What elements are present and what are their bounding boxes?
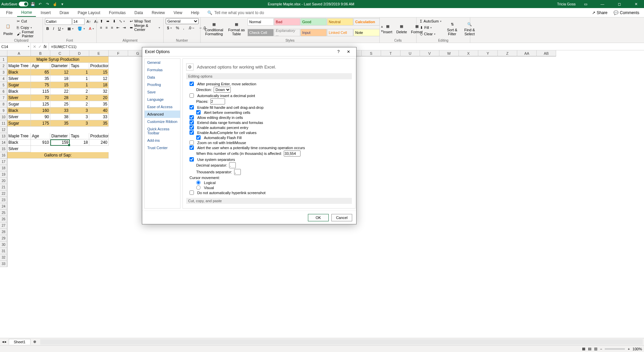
- dialog-close-button[interactable]: ✕: [343, 49, 354, 54]
- dialog-nav-item[interactable]: Proofing: [145, 81, 180, 88]
- number-format-select[interactable]: General: [166, 18, 199, 24]
- row-headers[interactable]: 1234567891011121314151617181920212223242…: [0, 56, 7, 267]
- row-head[interactable]: 24: [0, 203, 7, 210]
- direction-select[interactable]: Down: [214, 87, 231, 93]
- cell[interactable]: Sugar: [7, 101, 31, 107]
- style-bad[interactable]: Bad: [274, 18, 300, 26]
- cell[interactable]: 240: [89, 139, 109, 146]
- user-name[interactable]: Tricia Goss: [557, 2, 576, 6]
- row-head[interactable]: 10: [0, 114, 7, 120]
- cell[interactable]: 175: [31, 120, 50, 127]
- row-head[interactable]: 3: [0, 69, 7, 76]
- dialog-nav-item[interactable]: Formulas: [145, 66, 180, 74]
- cell[interactable]: Production: [89, 63, 109, 69]
- accounting-button[interactable]: $▾: [166, 25, 173, 31]
- row-head[interactable]: 22: [0, 190, 7, 197]
- row-head[interactable]: 4: [0, 76, 7, 82]
- row-head[interactable]: 26: [0, 216, 7, 222]
- opt-extend-check[interactable]: [190, 120, 194, 125]
- cell[interactable]: Age: [31, 63, 50, 69]
- style-calc[interactable]: Calculation: [354, 18, 380, 26]
- tab-draw[interactable]: Draw: [55, 9, 73, 16]
- tab-formulas[interactable]: Formulas: [105, 9, 130, 16]
- cell[interactable]: Silver: [7, 114, 31, 120]
- sheet-tab[interactable]: Sheet1: [9, 339, 31, 345]
- toggle-switch[interactable]: [19, 2, 28, 6]
- delete-cells-button[interactable]: ▦Delete: [395, 18, 409, 39]
- zoom-slider[interactable]: [605, 348, 625, 350]
- indent-inc-button[interactable]: ⇥: [121, 25, 127, 31]
- row-head[interactable]: 17: [0, 159, 7, 165]
- row-head[interactable]: 1: [0, 56, 7, 63]
- opt-flash-check[interactable]: [196, 135, 201, 140]
- tab-data[interactable]: Data: [130, 9, 147, 16]
- cell[interactable]: Maple Tree: [7, 63, 31, 69]
- cell[interactable]: Diameter: [50, 63, 70, 69]
- maximize-icon[interactable]: ◻: [612, 0, 626, 8]
- fill-button[interactable]: ⬇Fill▾: [419, 25, 443, 31]
- cell[interactable]: 75: [31, 82, 50, 88]
- row-head[interactable]: 13: [0, 133, 7, 139]
- cell[interactable]: 35: [50, 120, 70, 127]
- cell[interactable]: Sugar: [7, 120, 31, 127]
- share-button[interactable]: ↗ Share: [589, 10, 610, 16]
- percent-button[interactable]: %: [174, 25, 180, 31]
- dialog-nav-item[interactable]: Advanced: [145, 111, 180, 118]
- cell[interactable]: Black: [7, 107, 31, 114]
- row-head[interactable]: 28: [0, 229, 7, 235]
- align-center-button[interactable]: ≡: [104, 25, 109, 31]
- cell[interactable]: Taps: [70, 63, 89, 69]
- align-bottom-button[interactable]: ⬇: [111, 18, 117, 24]
- align-right-button[interactable]: ≡: [110, 25, 114, 31]
- cell[interactable]: Sugar: [7, 82, 31, 88]
- dialog-nav-item[interactable]: General: [145, 59, 180, 66]
- cell[interactable]: 18: [89, 82, 109, 88]
- cell[interactable]: 32: [89, 88, 109, 95]
- cell[interactable]: 12: [89, 76, 109, 82]
- cell[interactable]: Maple Syrup Production: [7, 56, 109, 63]
- inc-decimal-button[interactable]: .0→: [187, 25, 196, 31]
- row-head[interactable]: 9: [0, 107, 7, 114]
- fill-color-button[interactable]: 🪣▾: [76, 26, 86, 32]
- dialog-nav-item[interactable]: Customize Ribbon: [145, 118, 180, 125]
- close-icon[interactable]: ✕: [629, 0, 643, 8]
- cell[interactable]: 18: [50, 76, 70, 82]
- cell[interactable]: 25: [50, 101, 70, 107]
- col-head[interactable]: D: [70, 50, 89, 56]
- cell[interactable]: 2: [70, 88, 89, 95]
- tell-me-search[interactable]: 🔍 Tell me what you want to do: [207, 10, 264, 15]
- grow-font-button[interactable]: A↑: [85, 18, 92, 25]
- new-sheet-button[interactable]: ⊕: [31, 340, 39, 344]
- enter-formula-icon[interactable]: ✓: [38, 44, 42, 49]
- cell[interactable]: 15: [50, 82, 70, 88]
- row-head[interactable]: 7: [0, 95, 7, 101]
- tab-review[interactable]: Review: [148, 9, 169, 16]
- autosum-button[interactable]: ΣAutoSum▾: [419, 18, 443, 24]
- format-table-button[interactable]: ▦Format as Table: [227, 18, 246, 39]
- row-head[interactable]: 18: [0, 165, 7, 171]
- qat-more-icon[interactable]: ▾: [60, 1, 65, 7]
- cancel-formula-icon[interactable]: ✕: [33, 44, 36, 49]
- col-head[interactable]: Y: [478, 50, 498, 56]
- opt-hyperlink-check[interactable]: [190, 190, 194, 195]
- row-head[interactable]: 32: [0, 254, 7, 261]
- row-head[interactable]: 25: [0, 210, 7, 216]
- comma-button[interactable]: ,: [182, 25, 185, 31]
- cell[interactable]: Age: [31, 133, 50, 139]
- opt-logical-radio[interactable]: [196, 180, 201, 185]
- view-layout-icon[interactable]: ▤: [588, 347, 591, 351]
- cell[interactable]: Gallons of Sap:: [7, 152, 109, 159]
- cell[interactable]: 159: [50, 139, 70, 146]
- row-head[interactable]: 15: [0, 146, 7, 152]
- style-expl[interactable]: Explanatory ...: [274, 29, 300, 36]
- tab-file[interactable]: File: [2, 9, 16, 16]
- dialog-nav-item[interactable]: Data: [145, 74, 180, 81]
- cell[interactable]: 35: [89, 120, 109, 127]
- tab-help[interactable]: Help: [187, 9, 203, 16]
- col-head[interactable]: C: [50, 50, 70, 56]
- cell[interactable]: 160: [31, 107, 50, 114]
- tab-insert[interactable]: Insert: [37, 9, 55, 16]
- zoom-out-button[interactable]: −: [600, 347, 602, 351]
- row-head[interactable]: 23: [0, 197, 7, 203]
- style-normal[interactable]: Normal: [248, 18, 274, 26]
